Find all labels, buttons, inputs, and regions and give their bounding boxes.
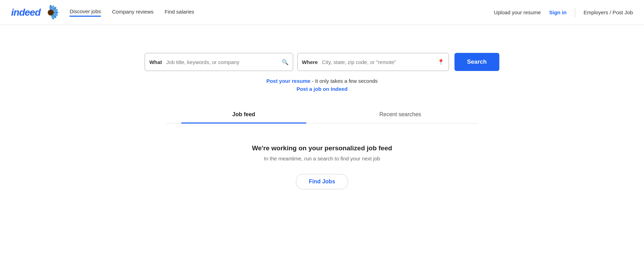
feed-title: We're working on your personalized job f… xyxy=(252,144,392,152)
tabs-container: Job feed Recent searches xyxy=(166,106,478,124)
where-label: Where xyxy=(298,59,322,65)
logo-area: indeed xyxy=(11,5,58,20)
main-content: What 🔍 Where 📍 Search Post your resume -… xyxy=(0,25,644,203)
where-input[interactable] xyxy=(322,54,433,70)
job-feed-content: We're working on your personalized job f… xyxy=(166,124,478,203)
find-jobs-button[interactable]: Find Jobs xyxy=(296,174,348,189)
svg-point-9 xyxy=(49,10,53,15)
sunflower-icon xyxy=(43,5,58,20)
post-job-link[interactable]: Post a job on Indeed xyxy=(266,86,378,92)
where-field: Where 📍 xyxy=(297,53,449,71)
nav-company-reviews[interactable]: Company reviews xyxy=(112,9,153,16)
post-resume-line: Post your resume - It only takes a few s… xyxy=(266,78,378,84)
search-bar: What 🔍 Where 📍 Search xyxy=(145,53,499,71)
nav-discover-jobs[interactable]: Discover jobs xyxy=(70,8,101,17)
feed-subtitle: In the meantime, run a search to find yo… xyxy=(264,156,380,161)
tab-job-feed[interactable]: Job feed xyxy=(166,106,322,123)
main-nav: Discover jobs Company reviews Find salar… xyxy=(70,8,194,17)
sign-in-link[interactable]: Sign in xyxy=(549,9,566,15)
header-right: Upload your resume Sign in Employers / P… xyxy=(494,8,633,17)
employers-post-job-link[interactable]: Employers / Post Job xyxy=(583,9,633,15)
location-pin-icon: 📍 xyxy=(433,59,449,65)
upload-resume-link[interactable]: Upload your resume xyxy=(494,9,541,15)
indeed-logo[interactable]: indeed xyxy=(11,7,40,18)
what-field: What 🔍 xyxy=(145,53,293,71)
search-button[interactable]: Search xyxy=(454,53,499,71)
search-magnifier-icon: 🔍 xyxy=(277,59,293,65)
what-input[interactable] xyxy=(166,54,277,70)
post-resume-link[interactable]: Post your resume xyxy=(266,78,311,84)
what-label: What xyxy=(145,59,166,65)
post-resume-text: - It only takes a few seconds xyxy=(311,78,378,84)
header-divider xyxy=(575,8,575,17)
nav-find-salaries[interactable]: Find salaries xyxy=(164,9,194,16)
tab-recent-searches[interactable]: Recent searches xyxy=(322,106,478,123)
below-search-links: Post your resume - It only takes a few s… xyxy=(266,78,378,92)
header: indeed Discover jobs Company reviews Fin… xyxy=(0,0,644,25)
